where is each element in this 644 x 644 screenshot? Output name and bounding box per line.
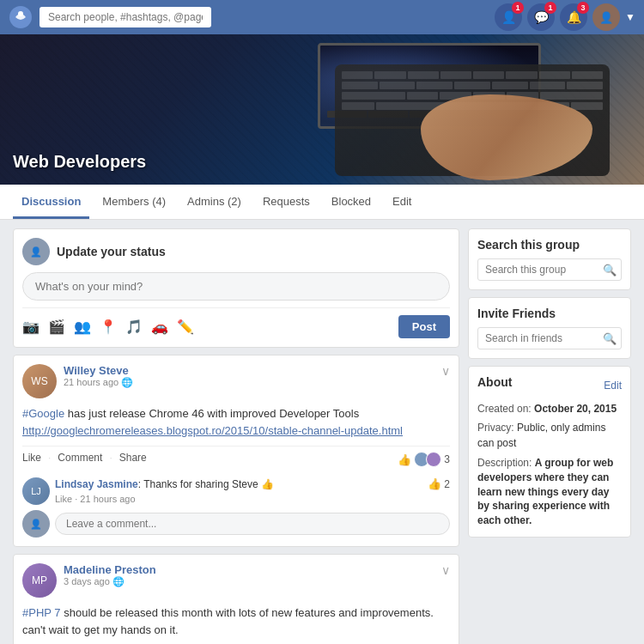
post-time: 3 days ago 🌐 bbox=[64, 576, 156, 587]
comment-meta: Like · 21 hours ago bbox=[55, 494, 136, 504]
comment-item: LJ Lindsay Jasmine: Thanks for sharing S… bbox=[22, 472, 450, 505]
comment-action[interactable]: Comment bbox=[58, 452, 102, 467]
invite-friends-input[interactable] bbox=[477, 327, 622, 349]
group-cover: Web Developers bbox=[0, 34, 644, 185]
user-avatar[interactable]: 👤 bbox=[592, 3, 620, 31]
about-edit-link[interactable]: Edit bbox=[604, 380, 622, 392]
comment-thumbs-icon: 👍 bbox=[428, 477, 441, 490]
share-action[interactable]: Share bbox=[119, 452, 147, 467]
tag-icon[interactable]: 👥 bbox=[74, 319, 91, 335]
post-item: WS Willey Steve 21 hours ago 🌐 ∨ #Google… bbox=[13, 355, 459, 547]
status-avatar: 👤 bbox=[22, 238, 50, 265]
post-user-info: MP Madeline Preston 3 days ago 🌐 bbox=[22, 563, 156, 598]
location-icon[interactable]: 📍 bbox=[100, 319, 117, 335]
video-icon[interactable]: 🎬 bbox=[48, 319, 65, 335]
likers-avatars bbox=[414, 452, 441, 467]
svg-point-1 bbox=[18, 11, 23, 16]
post-avatar: MP bbox=[22, 563, 57, 598]
feeling-icon[interactable]: ✏️ bbox=[177, 319, 194, 335]
search-group-box: Search this group 🔍 bbox=[468, 228, 631, 290]
friends-badge: 1 bbox=[512, 2, 524, 14]
commenter-avatar: LJ bbox=[22, 477, 50, 505]
post-link[interactable]: http://googlechromereleases.blogspot.ro/… bbox=[22, 424, 403, 437]
main-layout: 👤 Update your status 📷 🎬 👥 📍 🎵 🚗 ✏️ Post bbox=[0, 220, 644, 644]
liker-avatar bbox=[426, 452, 441, 467]
post-author-name[interactable]: Madeline Preston bbox=[64, 563, 156, 576]
about-created-label: Created on: bbox=[477, 403, 532, 415]
tab-members[interactable]: Members (4) bbox=[94, 185, 174, 219]
post-visibility-icon: 🌐 bbox=[112, 576, 125, 586]
alerts-badge: 3 bbox=[577, 2, 589, 14]
status-header: 👤 Update your status bbox=[22, 238, 450, 265]
left-column: 👤 Update your status 📷 🎬 👥 📍 🎵 🚗 ✏️ Post bbox=[13, 228, 459, 644]
post-hashtag[interactable]: #PHP 7 bbox=[22, 606, 61, 619]
about-box: About Edit Created on: October 20, 2015 … bbox=[468, 366, 631, 538]
status-icons: 📷 🎬 👥 📍 🎵 🚗 ✏️ bbox=[22, 319, 194, 335]
like-action[interactable]: Like bbox=[22, 452, 41, 467]
friends-notification-btn[interactable]: 👤1 bbox=[495, 3, 522, 31]
nav-left bbox=[9, 5, 211, 29]
comment-content: Lindsay Jasmine: Thanks for sharing Stev… bbox=[55, 477, 422, 505]
invite-search-wrapper: 🔍 bbox=[477, 327, 622, 349]
search-group-wrapper: 🔍 bbox=[477, 258, 622, 281]
post-header: WS Willey Steve 21 hours ago 🌐 ∨ bbox=[22, 364, 450, 398]
comment-input-wrap: 👤 bbox=[22, 510, 450, 538]
about-desc-label: Description: bbox=[477, 457, 532, 469]
post-hashtag[interactable]: #Google bbox=[22, 407, 64, 420]
post-avatar: WS bbox=[22, 364, 57, 398]
about-title: About bbox=[477, 375, 512, 389]
messages-notification-btn[interactable]: 💬1 bbox=[527, 3, 555, 31]
tab-admins[interactable]: Admins (2) bbox=[179, 185, 250, 219]
activity-icon[interactable]: 🚗 bbox=[151, 319, 168, 335]
post-actions: Like · Comment · Share 👍 3 bbox=[22, 446, 450, 467]
post-user-details: Willey Steve 21 hours ago 🌐 bbox=[64, 364, 133, 388]
right-column: Search this group 🔍 Invite Friends 🔍 Abo… bbox=[468, 228, 631, 644]
tab-edit[interactable]: Edit bbox=[384, 185, 420, 219]
status-title: Update your status bbox=[57, 245, 166, 258]
post-visibility-icon: 🌐 bbox=[121, 377, 133, 387]
status-actions: 📷 🎬 👥 📍 🎵 🚗 ✏️ Post bbox=[22, 307, 450, 338]
about-privacy-label: Privacy: bbox=[477, 422, 514, 434]
comment-likes-count: 2 bbox=[444, 478, 450, 490]
post-header: MP Madeline Preston 3 days ago 🌐 ∨ bbox=[22, 563, 450, 598]
about-created: Created on: October 20, 2015 bbox=[477, 401, 622, 416]
post-time: 21 hours ago 🌐 bbox=[64, 377, 133, 388]
logo-icon bbox=[9, 5, 33, 29]
comment-input-avatar: 👤 bbox=[22, 510, 50, 538]
thumbs-up-icon: 👍 bbox=[398, 453, 411, 466]
group-cover-title: Web Developers bbox=[13, 152, 146, 172]
comment-input[interactable] bbox=[55, 513, 450, 535]
post-chevron-icon[interactable]: ∨ bbox=[441, 563, 450, 577]
global-search-input[interactable] bbox=[39, 7, 211, 27]
about-description: Description: A group for web developers … bbox=[477, 456, 622, 528]
about-privacy: Privacy: Public, only admins can post bbox=[477, 420, 622, 451]
post-likes: 👍 3 bbox=[398, 452, 450, 467]
tab-discussion[interactable]: Discussion bbox=[13, 185, 89, 219]
messages-badge: 1 bbox=[544, 2, 556, 14]
post-author-name[interactable]: Willey Steve bbox=[64, 364, 133, 377]
invite-friends-box: Invite Friends 🔍 bbox=[468, 297, 631, 359]
tab-blocked[interactable]: Blocked bbox=[323, 185, 380, 219]
tab-requests[interactable]: Requests bbox=[254, 185, 319, 219]
status-box: 👤 Update your status 📷 🎬 👥 📍 🎵 🚗 ✏️ Post bbox=[13, 228, 459, 348]
post-chevron-icon[interactable]: ∨ bbox=[441, 364, 450, 378]
alerts-notification-btn[interactable]: 🔔3 bbox=[560, 3, 587, 31]
group-tabs: Discussion Members (4) Admins (2) Reques… bbox=[0, 185, 644, 220]
post-body: #PHP 7 should be released this month wit… bbox=[22, 605, 450, 638]
commenter-name[interactable]: Lindsay Jasmine bbox=[55, 478, 138, 490]
invite-friends-title: Invite Friends bbox=[477, 307, 622, 320]
post-button[interactable]: Post bbox=[398, 315, 450, 338]
post-item: MP Madeline Preston 3 days ago 🌐 ∨ #PHP … bbox=[13, 554, 459, 644]
search-group-input[interactable] bbox=[477, 258, 622, 281]
comment-likes: 👍 2 bbox=[428, 477, 450, 490]
likes-count: 3 bbox=[444, 453, 450, 465]
post-user-info: WS Willey Steve 21 hours ago 🌐 bbox=[22, 364, 133, 398]
nav-right: 👤1 💬1 🔔3 👤 ▼ bbox=[495, 3, 635, 31]
status-input[interactable] bbox=[22, 272, 450, 301]
nav-dropdown-arrow[interactable]: ▼ bbox=[625, 11, 635, 23]
comment-text: Lindsay Jasmine: Thanks for sharing Stev… bbox=[55, 478, 274, 490]
about-header-row: About Edit bbox=[477, 375, 622, 396]
photo-icon[interactable]: 📷 bbox=[22, 319, 39, 335]
music-icon[interactable]: 🎵 bbox=[125, 319, 143, 335]
search-group-title: Search this group bbox=[477, 238, 622, 252]
